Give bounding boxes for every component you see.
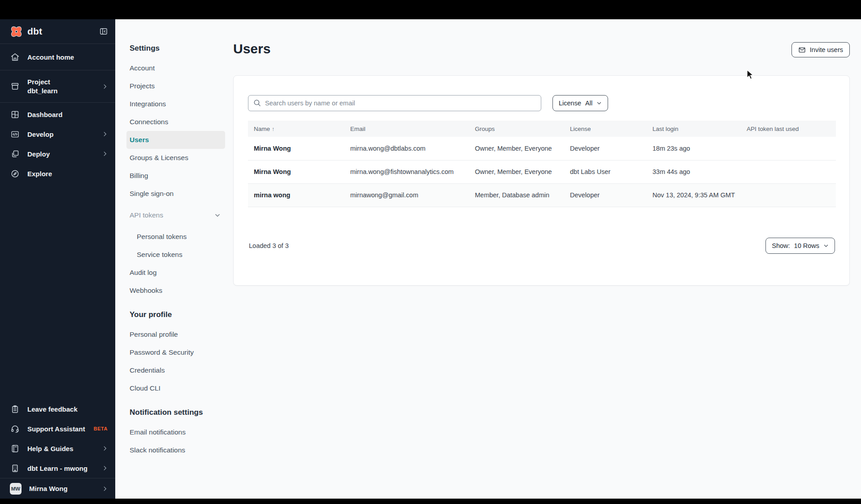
settings-item-slack-notifications[interactable]: Slack notifications xyxy=(126,441,225,459)
nav-item-label: Webhooks xyxy=(130,287,162,295)
license-filter-value: All xyxy=(585,100,592,107)
chevron-down-icon xyxy=(214,212,221,218)
sidebar-item-label: Dashboard xyxy=(27,111,108,118)
sidebar-spacer xyxy=(0,183,115,399)
settings-item-integrations[interactable]: Integrations xyxy=(126,95,225,113)
cell-last-login: 18m 23s ago xyxy=(647,137,741,160)
cell-name: mirna wong xyxy=(248,183,344,207)
cell-email: mirna.wong@fishtownanalytics.com xyxy=(344,160,469,183)
building-icon xyxy=(10,463,20,473)
chevron-right-icon xyxy=(102,151,108,157)
clipboard-icon xyxy=(10,404,20,414)
develop-icon xyxy=(10,129,20,139)
notification-settings-heading: Notification settings xyxy=(126,408,225,417)
column-header-label: API token last used xyxy=(747,126,799,132)
nav-item-label: Slack notifications xyxy=(130,446,185,454)
users-card: License All Name↑ Email Groups License L… xyxy=(233,75,850,286)
settings-item-account[interactable]: Account xyxy=(126,59,225,77)
settings-item-audit-log[interactable]: Audit log xyxy=(126,264,225,282)
nav-item-label: Service tokens xyxy=(137,251,183,259)
cell-name: Mirna Wong xyxy=(248,160,344,183)
cell-license: dbt Labs User xyxy=(564,160,647,183)
users-toolbar: License All xyxy=(248,95,835,111)
sidebar-item-label: Support Assistant xyxy=(27,425,85,433)
settings-item-connections[interactable]: Connections xyxy=(126,113,225,131)
rows-per-page-dropdown[interactable]: Show: 10 Rows xyxy=(765,238,835,254)
search-users-input[interactable] xyxy=(248,95,541,111)
settings-item-api-tokens[interactable]: API tokens xyxy=(126,206,225,224)
column-header-license[interactable]: License xyxy=(564,121,647,137)
column-header-label: License xyxy=(570,126,591,132)
settings-heading: Settings xyxy=(126,44,225,53)
sidebar-item-support-assistant[interactable]: Support Assistant BETA xyxy=(0,419,115,439)
sidebar-item-help-guides[interactable]: Help & Guides xyxy=(0,439,115,458)
column-header-api-token[interactable]: API token last used xyxy=(741,121,836,137)
chevron-right-icon xyxy=(102,131,108,137)
settings-item-personal-profile[interactable]: Personal profile xyxy=(126,326,225,343)
cell-license: Developer xyxy=(564,137,647,160)
settings-item-email-notifications[interactable]: Email notifications xyxy=(126,423,225,441)
cell-api-token xyxy=(741,160,836,183)
sidebar-item-deploy[interactable]: Deploy xyxy=(0,144,115,164)
column-header-email[interactable]: Email xyxy=(344,121,469,137)
sidebar-item-develop[interactable]: Develop xyxy=(0,124,115,144)
nav-item-label: Users xyxy=(130,136,149,144)
nav-item-label: Personal tokens xyxy=(137,233,187,241)
home-icon xyxy=(10,52,20,62)
column-header-name[interactable]: Name↑ xyxy=(248,121,344,137)
column-header-last-login[interactable]: Last login xyxy=(647,121,741,137)
sidebar-item-dashboard[interactable]: Dashboard xyxy=(0,104,115,124)
sidebar-item-leave-feedback[interactable]: Leave feedback xyxy=(0,399,115,419)
nav-item-label: Billing xyxy=(130,172,148,180)
table-row[interactable]: Mirna Wong mirna.wong@fishtownanalytics.… xyxy=(248,160,836,183)
settings-item-single-sign-on[interactable]: Single sign-on xyxy=(126,185,225,203)
license-filter-dropdown[interactable]: License All xyxy=(552,95,608,111)
nav-item-label: Personal profile xyxy=(130,330,178,339)
table-header-row: Name↑ Email Groups License Last login AP… xyxy=(248,121,836,137)
settings-item-service-tokens[interactable]: Service tokens xyxy=(126,246,225,264)
settings-item-billing[interactable]: Billing xyxy=(126,167,225,185)
settings-item-credentials[interactable]: Credentials xyxy=(126,361,225,379)
cell-email: mirnawong@gmail.com xyxy=(344,183,469,207)
sidebar-item-dbt-learn[interactable]: dbt Learn - mwong xyxy=(0,458,115,478)
sidebar-user-menu[interactable]: MW Mirna Wong xyxy=(0,478,115,499)
sidebar-item-project[interactable]: Project dbt_learn xyxy=(0,70,115,102)
sidebar-item-label: Explore xyxy=(27,170,108,178)
users-table: Name↑ Email Groups License Last login AP… xyxy=(248,121,836,207)
sidebar-item-account-home[interactable]: Account home xyxy=(0,44,115,70)
column-header-label: Groups xyxy=(475,126,495,132)
settings-item-personal-tokens[interactable]: Personal tokens xyxy=(126,228,225,246)
loaded-count: Loaded 3 of 3 xyxy=(248,242,289,249)
explore-compass-icon xyxy=(10,169,20,178)
nav-item-label: Projects xyxy=(130,82,155,90)
deploy-icon xyxy=(10,149,20,159)
search-icon xyxy=(253,99,261,107)
settings-item-projects[interactable]: Projects xyxy=(126,77,225,95)
sidebar-item-label: Help & Guides xyxy=(27,445,94,452)
table-row[interactable]: mirna wong mirnawong@gmail.com Member, D… xyxy=(248,183,836,207)
nav-item-label: Cloud CLI xyxy=(130,384,161,392)
chevron-down-icon xyxy=(596,100,602,106)
table-row[interactable]: Mirna Wong mirna.wong@dbtlabs.com Owner,… xyxy=(248,137,836,160)
sidebar-item-label: Project dbt_learn xyxy=(27,78,94,96)
your-profile-heading: Your profile xyxy=(126,310,225,319)
settings-item-password-security[interactable]: Password & Security xyxy=(126,343,225,361)
cell-api-token xyxy=(741,183,836,207)
settings-item-groups-licenses[interactable]: Groups & Licenses xyxy=(126,149,225,167)
project-name: dbt_learn xyxy=(27,87,94,96)
column-header-groups[interactable]: Groups xyxy=(469,121,564,137)
column-header-label: Last login xyxy=(652,126,678,132)
invite-users-button[interactable]: Invite users xyxy=(791,42,850,57)
invite-users-label: Invite users xyxy=(810,46,843,53)
sidebar-collapse-button[interactable] xyxy=(99,27,108,36)
nav-item-label: Email notifications xyxy=(130,428,186,436)
sidebar-item-explore[interactable]: Explore xyxy=(0,164,115,183)
cell-api-token xyxy=(741,137,836,160)
search-wrap xyxy=(248,95,541,111)
chevron-right-icon xyxy=(102,83,108,90)
settings-item-users[interactable]: Users xyxy=(126,131,225,149)
sidebar-header: dbt xyxy=(0,19,115,43)
settings-item-cloud-cli[interactable]: Cloud CLI xyxy=(126,379,225,397)
cell-email: mirna.wong@dbtlabs.com xyxy=(344,137,469,160)
settings-item-webhooks[interactable]: Webhooks xyxy=(126,282,225,300)
